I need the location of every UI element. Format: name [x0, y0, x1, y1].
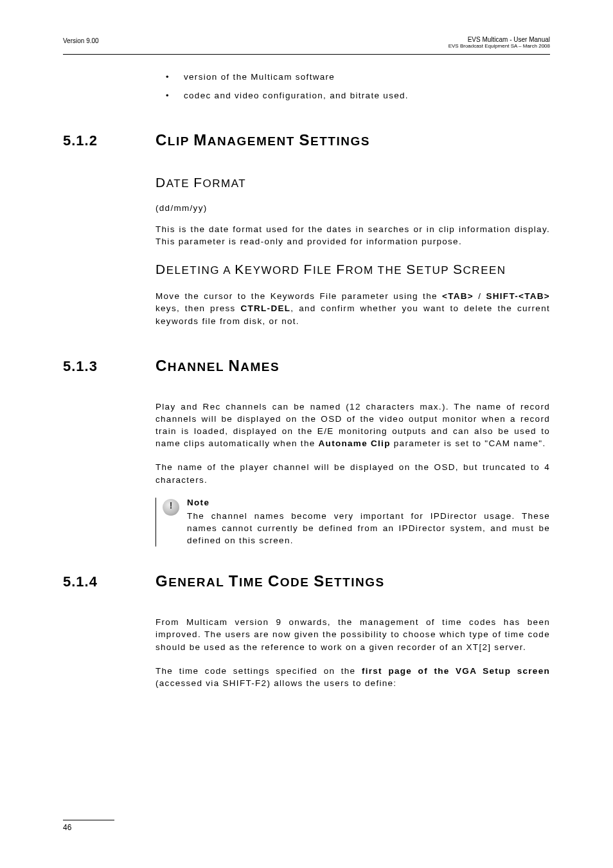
- intro-bullets: version of the Multicam software codec a…: [166, 72, 550, 100]
- section-title: CHANNEL NAMES: [155, 357, 280, 375]
- note-title: Note: [187, 498, 550, 507]
- channel-names-p1: Play and Rec channels can be named (12 c…: [155, 401, 550, 450]
- note-icon: [163, 499, 179, 516]
- section-number: 5.1.4: [63, 574, 155, 590]
- header-right: EVS Multicam - User Manual EVS Broadcast…: [449, 36, 550, 49]
- section-title: CLIP MANAGEMENT SETTINGS: [155, 131, 370, 149]
- header-rule: [63, 54, 550, 55]
- page-number: 46: [63, 823, 71, 832]
- note-body: The channel names become very important …: [187, 510, 550, 547]
- channel-names-p2: The name of the player channel will be d…: [155, 461, 550, 485]
- section-title: GENERAL TIME CODE SETTINGS: [155, 572, 385, 590]
- delete-keyword-desc: Move the cursor to the Keywords File par…: [155, 290, 550, 327]
- note-text: Note The channel names become very impor…: [187, 498, 550, 547]
- section-number: 5.1.3: [63, 358, 155, 375]
- section-heading-514: 5.1.4 GENERAL TIME CODE SETTINGS: [63, 572, 550, 590]
- timecode-p1: From Multicam version 9 onwards, the man…: [155, 616, 550, 653]
- subheading-date-format: DATE FORMAT: [155, 175, 550, 190]
- bullet-item: codec and video configuration, and bitra…: [166, 91, 550, 100]
- header-doc-subtitle: EVS Broadcast Equipment SA – March 2008: [449, 43, 550, 49]
- page-content: version of the Multicam software codec a…: [63, 72, 550, 701]
- section-number: 5.1.2: [63, 132, 155, 149]
- bullet-item: version of the Multicam software: [166, 72, 550, 82]
- subheading-delete-keyword: DELETING A KEYWORD FILE FROM THE SETUP S…: [155, 262, 550, 277]
- date-format-value: (dd/mm/yy): [155, 203, 550, 213]
- date-format-desc: This is the date format used for the dat…: [155, 223, 550, 248]
- note-box: Note The channel names become very impor…: [155, 498, 550, 547]
- timecode-p2: The time code settings specified on the …: [155, 665, 550, 689]
- section-heading-512: 5.1.2 CLIP MANAGEMENT SETTINGS: [63, 131, 550, 149]
- header-version: Version 9.00: [63, 37, 99, 44]
- section-heading-513: 5.1.3 CHANNEL NAMES: [63, 357, 550, 375]
- header-doc-title: EVS Multicam - User Manual: [449, 36, 550, 43]
- footer-rule: [63, 820, 114, 820]
